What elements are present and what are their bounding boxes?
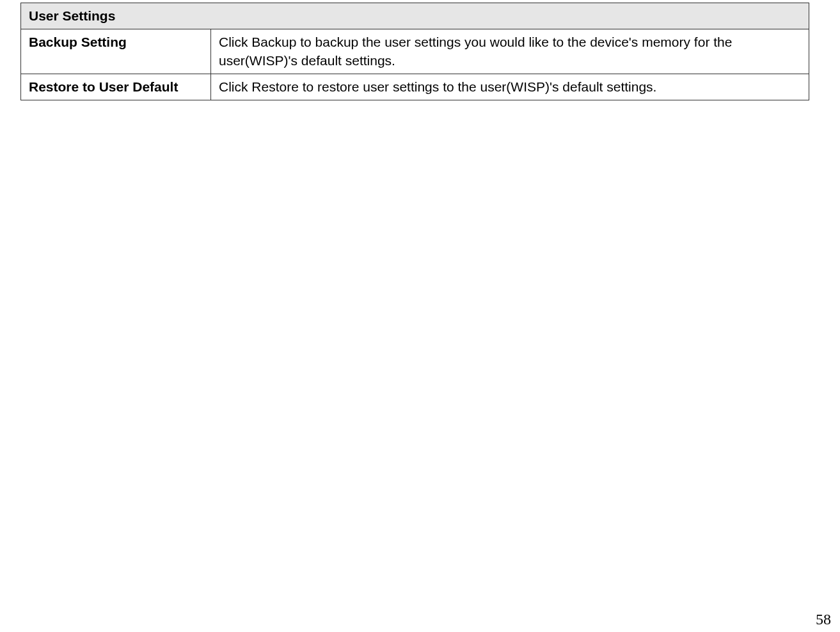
document-page: User Settings Backup Setting Click Backu… [0,0,840,632]
table-section-header: User Settings [21,3,809,29]
table-section-header-row: User Settings [21,3,809,29]
page-number: 58 [816,611,831,628]
setting-description: Click Backup to backup the user settings… [211,29,809,74]
setting-label: Backup Setting [21,29,211,74]
setting-label: Restore to User Default [21,74,211,100]
table-row: Restore to User Default Click Restore to… [21,74,809,100]
settings-table: User Settings Backup Setting Click Backu… [20,3,809,100]
table-row: Backup Setting Click Backup to backup th… [21,29,809,74]
setting-description: Click Restore to restore user settings t… [211,74,809,100]
